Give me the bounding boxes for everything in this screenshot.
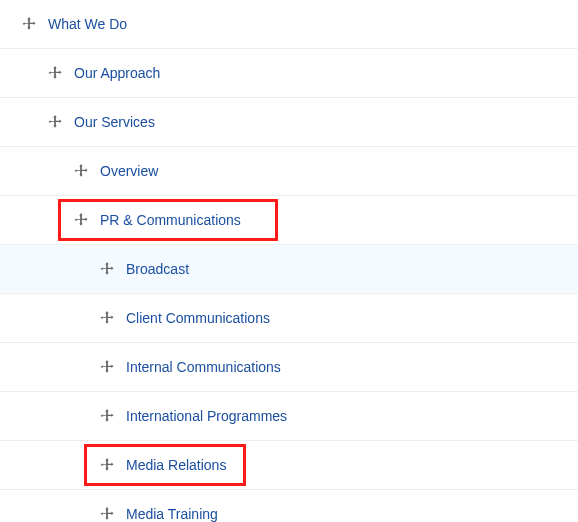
nav-item-label: Media Training [126, 506, 218, 522]
nav-item-media-training[interactable]: Media Training [0, 490, 578, 522]
nav-item-media-relations[interactable]: Media Relations [0, 441, 578, 490]
nav-item-pr-communications[interactable]: PR & Communications [0, 196, 578, 245]
nav-item-overview[interactable]: Overview [0, 147, 578, 196]
move-icon[interactable] [48, 115, 62, 129]
nav-item-our-approach[interactable]: Our Approach [0, 49, 578, 98]
move-icon[interactable] [74, 213, 88, 227]
move-icon[interactable] [100, 311, 114, 325]
nav-item-label: Media Relations [126, 457, 226, 473]
nav-item-what-we-do[interactable]: What We Do [0, 0, 578, 49]
nav-item-label: Client Communications [126, 310, 270, 326]
move-icon[interactable] [100, 360, 114, 374]
move-icon[interactable] [100, 507, 114, 521]
nav-item-label: What We Do [48, 16, 127, 32]
nav-item-client-communications[interactable]: Client Communications [0, 294, 578, 343]
nav-item-label: Our Approach [74, 65, 160, 81]
nav-item-international-programmes[interactable]: International Programmes [0, 392, 578, 441]
nav-item-label: Internal Communications [126, 359, 281, 375]
move-icon[interactable] [48, 66, 62, 80]
nav-item-label: PR & Communications [100, 212, 241, 228]
move-icon[interactable] [22, 17, 36, 31]
nav-item-our-services[interactable]: Our Services [0, 98, 578, 147]
nav-item-label: Our Services [74, 114, 155, 130]
move-icon[interactable] [100, 409, 114, 423]
nav-item-label: Overview [100, 163, 158, 179]
nav-item-broadcast[interactable]: Broadcast [0, 245, 578, 294]
move-icon[interactable] [100, 458, 114, 472]
move-icon[interactable] [74, 164, 88, 178]
nav-item-label: International Programmes [126, 408, 287, 424]
nav-item-internal-communications[interactable]: Internal Communications [0, 343, 578, 392]
nav-item-label: Broadcast [126, 261, 189, 277]
move-icon[interactable] [100, 262, 114, 276]
nav-tree: What We DoOur ApproachOur ServicesOvervi… [0, 0, 578, 522]
